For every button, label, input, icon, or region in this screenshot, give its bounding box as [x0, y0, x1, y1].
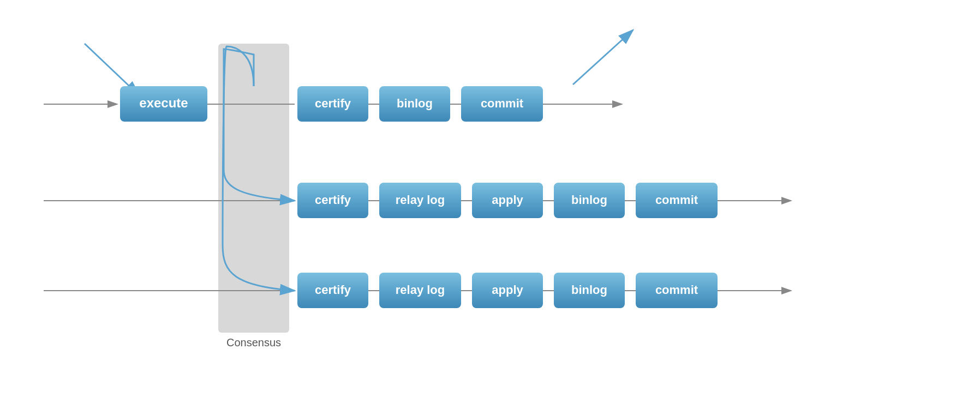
commit3-label: commit [655, 283, 698, 297]
relaylog3-label: relay log [396, 283, 445, 297]
binlog1-label: binlog [397, 97, 433, 110]
diagram-svg: Consensus [0, 0, 980, 409]
consensus-label: Consensus [226, 336, 281, 348]
binlog3-label: binlog [571, 283, 607, 297]
apply2-label: apply [492, 193, 523, 207]
certify2-label: certify [315, 193, 351, 207]
certify1-label: certify [315, 97, 351, 110]
svg-line-21 [573, 30, 633, 85]
binlog2-label: binlog [571, 193, 607, 207]
execute-label: execute [139, 95, 188, 110]
certify3-label: certify [315, 283, 351, 297]
relaylog2-label: relay log [396, 193, 445, 207]
commit1-label: commit [481, 97, 524, 110]
commit2-label: commit [655, 193, 698, 207]
diagram-container: Consensus [0, 0, 980, 409]
apply3-label: apply [492, 283, 523, 297]
